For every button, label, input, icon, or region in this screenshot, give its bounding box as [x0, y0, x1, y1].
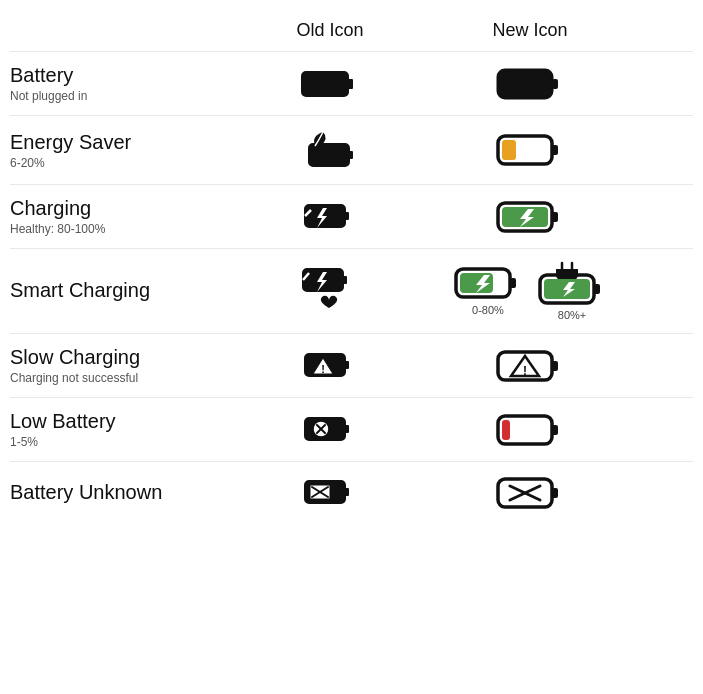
energy-saver-main-text: Energy Saver	[10, 131, 220, 154]
header-row: Old Icon New Icon	[10, 20, 693, 41]
svg-rect-13	[552, 212, 558, 222]
old-low-battery-svg	[301, 411, 359, 449]
row-slow-charging: Slow Charging Charging not successful ! …	[10, 333, 693, 397]
smart-charging-new-0-80-wrapper: 0-80%	[454, 266, 522, 316]
svg-rect-7	[552, 145, 558, 155]
svg-rect-10	[345, 212, 349, 220]
new-charging-svg	[496, 200, 564, 234]
svg-rect-20	[510, 278, 516, 288]
svg-rect-35	[552, 361, 558, 371]
old-icon-header: Old Icon	[230, 20, 430, 41]
slow-charging-old-icon: !	[230, 347, 430, 385]
smart-charging-0-80-label: 0-80%	[472, 304, 504, 316]
smart-charging-80plus-label: 80%+	[558, 309, 586, 321]
svg-text:!: !	[321, 363, 325, 375]
svg-rect-4	[309, 144, 349, 166]
row-smart-charging: Smart Charging	[10, 248, 693, 333]
svg-rect-47	[345, 488, 349, 496]
svg-rect-2	[498, 70, 552, 98]
old-energy-saver-svg	[301, 128, 359, 172]
battery-unknown-old-icon	[230, 474, 430, 512]
charging-main-text: Charging	[10, 197, 220, 220]
slow-charging-label: Slow Charging Charging not successful	[10, 346, 230, 385]
low-battery-label: Low Battery 1-5%	[10, 410, 230, 449]
charging-sub-text: Healthy: 80-100%	[10, 222, 220, 236]
smart-charging-label: Smart Charging	[10, 279, 230, 304]
row-energy-saver: Energy Saver 6-20%	[10, 115, 693, 184]
svg-rect-45	[502, 420, 510, 440]
new-slow-charging-svg: !	[496, 349, 564, 383]
svg-rect-39	[345, 425, 349, 433]
svg-rect-5	[349, 151, 353, 159]
new-smart-charging-0-80-svg	[454, 266, 522, 300]
low-battery-new-icon	[430, 413, 630, 447]
old-charging-svg	[301, 198, 359, 236]
svg-rect-17	[343, 276, 347, 284]
smart-charging-new-80plus-wrapper: 80%+	[538, 261, 606, 321]
smart-charging-old-icon	[230, 265, 430, 317]
main-container: Old Icon New Icon Battery Not plugged in…	[10, 20, 693, 524]
old-battery-unknown-svg	[301, 474, 359, 512]
svg-rect-52	[552, 488, 558, 498]
low-battery-main-text: Low Battery	[10, 410, 220, 433]
new-smart-charging-80plus-svg	[538, 261, 606, 305]
svg-rect-44	[552, 425, 558, 435]
new-energy-saver-svg	[496, 133, 564, 167]
charging-old-icon	[230, 198, 430, 236]
svg-rect-0	[302, 72, 348, 96]
slow-charging-sub-text: Charging not successful	[10, 371, 220, 385]
battery-sub-text: Not plugged in	[10, 89, 220, 103]
new-battery-unknown-svg	[496, 476, 564, 510]
svg-rect-8	[502, 140, 516, 160]
battery-label: Battery Not plugged in	[10, 64, 230, 103]
smart-charging-main-text: Smart Charging	[10, 279, 220, 302]
energy-saver-old-icon	[230, 128, 430, 172]
old-slow-charging-svg: !	[301, 347, 359, 385]
battery-unknown-new-icon	[430, 476, 630, 510]
old-smart-charging-svg	[299, 265, 361, 317]
energy-saver-new-icon	[430, 133, 630, 167]
charging-label: Charging Healthy: 80-100%	[10, 197, 230, 236]
slow-charging-new-icon: !	[430, 349, 630, 383]
row-battery: Battery Not plugged in	[10, 51, 693, 115]
charging-new-icon	[430, 200, 630, 234]
slow-charging-main-text: Slow Charging	[10, 346, 220, 369]
row-low-battery: Low Battery 1-5%	[10, 397, 693, 461]
low-battery-sub-text: 1-5%	[10, 435, 220, 449]
old-battery-svg	[301, 69, 359, 99]
energy-saver-sub-text: 6-20%	[10, 156, 220, 170]
energy-saver-label: Energy Saver 6-20%	[10, 131, 230, 170]
new-battery-svg	[496, 67, 564, 101]
new-icon-header: New Icon	[430, 20, 630, 41]
battery-old-icon	[230, 69, 430, 99]
battery-unknown-main-text: Battery Unknown	[10, 481, 220, 504]
battery-unknown-label: Battery Unknown	[10, 481, 230, 506]
svg-rect-27	[594, 284, 600, 294]
svg-rect-3	[552, 79, 558, 89]
svg-text:!: !	[523, 364, 527, 378]
svg-rect-31	[345, 361, 349, 369]
smart-charging-new-icon: 0-80% 80%+	[430, 261, 630, 321]
battery-main-text: Battery	[10, 64, 220, 87]
battery-new-icon	[430, 67, 630, 101]
low-battery-old-icon	[230, 411, 430, 449]
row-charging: Charging Healthy: 80-100%	[10, 184, 693, 248]
svg-rect-1	[348, 79, 353, 89]
row-battery-unknown: Battery Unknown	[10, 461, 693, 524]
new-low-battery-svg	[496, 413, 564, 447]
